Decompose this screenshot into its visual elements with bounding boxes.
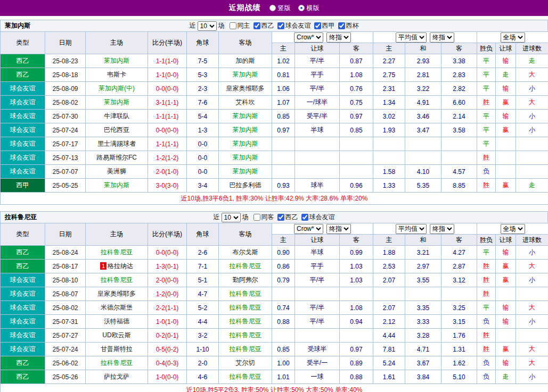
euro-type-select[interactable]: 终指 bbox=[430, 32, 454, 43]
euro-draw-odds: 2.93 bbox=[405, 54, 441, 68]
scope-select[interactable]: 全场 bbox=[501, 224, 525, 234]
home-team-cell: 皇家奥维耶多 bbox=[86, 287, 148, 301]
column-header: 让球 bbox=[295, 43, 340, 54]
asia-type-select[interactable]: 终指 bbox=[326, 224, 351, 234]
asia-handicap bbox=[295, 151, 340, 165]
checkbox-input[interactable] bbox=[277, 214, 284, 221]
asia-away-odds: 0.97 bbox=[340, 110, 373, 123]
view-option[interactable]: 横版 bbox=[298, 4, 320, 13]
recent-count-select[interactable]: 10 bbox=[222, 213, 241, 222]
team-link: 甘普斯特拉 bbox=[101, 345, 133, 353]
goals-result-cell: 小 bbox=[516, 370, 548, 384]
view-option[interactable]: 竖版 bbox=[269, 4, 291, 13]
filter-checkbox-西乙[interactable]: 西乙 bbox=[253, 21, 274, 30]
team-link: 里士满踢球者 bbox=[97, 140, 136, 147]
asia-away-odds: 0.89 bbox=[340, 356, 373, 370]
euro-draw-odds: 3.28 bbox=[405, 329, 441, 343]
checkbox-label: 球会友谊 bbox=[285, 21, 311, 30]
filter-checkbox-球会友谊[interactable]: 球会友谊 bbox=[301, 213, 335, 222]
column-header: 客 bbox=[441, 235, 477, 246]
checkbox-input[interactable] bbox=[277, 22, 284, 29]
asia-handicap: 一球 bbox=[295, 370, 340, 384]
team-link: 沃特福德 bbox=[104, 318, 129, 325]
asia-home-odds: 1.02 bbox=[272, 54, 295, 68]
filter-checkbox-西杯[interactable]: 西杯 bbox=[338, 21, 359, 30]
corners-cell: 4-7 bbox=[187, 287, 219, 301]
score-cell: 1-0(1-0) bbox=[148, 315, 187, 329]
team-link: 拉科鲁尼亚 bbox=[101, 276, 133, 283]
match-row: 球会友谊25-08-02莱加内斯3-1(1-1)7-6艾科坎1.07一/球半0.… bbox=[1, 96, 548, 110]
score-cell: 1-1(0-0) bbox=[148, 68, 187, 82]
matches-label: 场 bbox=[242, 213, 249, 222]
score-cell: 3-0(3-0) bbox=[148, 179, 187, 193]
euro-type-select[interactable]: 终指 bbox=[430, 224, 454, 234]
date-cell: 25-07-30 bbox=[45, 110, 86, 123]
recent-count-select[interactable]: 10 bbox=[198, 21, 217, 31]
checkbox-input[interactable] bbox=[253, 22, 260, 29]
team-name: 莱加内斯 bbox=[1, 21, 30, 30]
euro-draw-odds: 3.55 bbox=[405, 273, 441, 287]
rows-body: 西乙25-08-23莱加内斯1-1(1-0)7-5加的斯1.02平/半0.872… bbox=[1, 54, 548, 193]
league-type-cell: 西乙 bbox=[1, 246, 45, 260]
checkbox-input[interactable] bbox=[230, 22, 236, 29]
euro-away-odds: 3.58 bbox=[441, 123, 477, 137]
checkbox-label: 同主 bbox=[238, 21, 250, 30]
team-link: 拉科鲁尼亚 bbox=[230, 290, 261, 297]
column-header: 让球 bbox=[496, 43, 516, 54]
asia-home-odds: 0.86 bbox=[272, 260, 295, 273]
euro-home-odds: 7.81 bbox=[373, 343, 405, 356]
away-team-cell: 拉科鲁尼亚 bbox=[219, 343, 272, 356]
corners-cell: 7-6 bbox=[187, 96, 219, 110]
team-link: 拉科鲁尼亚 bbox=[230, 331, 261, 339]
match-row: 球会友谊25-07-17里士满踢球者1-1(1-1)0-0莱加内斯平 bbox=[1, 137, 548, 151]
filter-checkbox-球会友谊[interactable]: 球会友谊 bbox=[277, 21, 311, 30]
checkbox-input[interactable] bbox=[253, 214, 260, 221]
result-cell: 平 bbox=[477, 68, 496, 82]
checkbox-label: 西甲 bbox=[322, 21, 335, 30]
checkbox-input[interactable] bbox=[301, 214, 308, 221]
match-row: 球会友谊25-08-10拉科鲁尼亚2-0(0-0)5-1勤阿弗尔0.79平/半1… bbox=[1, 273, 548, 287]
match-row: 西乙25-08-171格拉纳达1-3(0-1)7-1拉科鲁尼亚0.86平手1.0… bbox=[1, 260, 548, 273]
filter-checkbox-同主[interactable]: 同主 bbox=[230, 21, 250, 30]
checkbox-input[interactable] bbox=[338, 22, 345, 29]
away-team-cell: 拉科鲁尼亚 bbox=[219, 301, 272, 315]
asia-source-select[interactable]: Crow* bbox=[294, 224, 323, 234]
column-header: 进球数 bbox=[516, 43, 548, 54]
asia-type-select[interactable]: 终指 bbox=[326, 32, 351, 43]
scope-select[interactable]: 全场 bbox=[501, 32, 525, 43]
filter-checkbox-同客[interactable]: 同客 bbox=[253, 213, 274, 222]
euro-draw-odds: 2.81 bbox=[405, 68, 441, 82]
euro-source-select[interactable]: 平均值 bbox=[396, 224, 427, 234]
team-link: 莱加内斯 bbox=[104, 98, 129, 106]
filter-checkbox-西甲[interactable]: 西甲 bbox=[314, 21, 335, 30]
euro-home-odds: 2.75 bbox=[373, 68, 405, 82]
asia-home-odds bbox=[272, 165, 295, 179]
euro-draw-odds: 4.71 bbox=[405, 343, 441, 356]
result-cell: 平 bbox=[477, 123, 496, 137]
away-team-cell: 布尔戈斯 bbox=[219, 246, 272, 260]
team-link: 莱加内斯 bbox=[233, 112, 258, 120]
filter-checkbox-西乙[interactable]: 西乙 bbox=[277, 213, 298, 222]
goals-result-cell: 大 bbox=[516, 356, 548, 370]
euro-away-odds: 4.27 bbox=[441, 246, 477, 260]
euro-away-odds: 2.14 bbox=[441, 110, 477, 123]
checkbox-label: 同客 bbox=[261, 213, 274, 222]
match-row: 西乙25-05-26萨拉戈萨1-0(0-0)4-6拉科鲁尼亚1.01一球0.88… bbox=[1, 370, 548, 384]
checkbox-input[interactable] bbox=[314, 22, 321, 29]
asia-source-select[interactable]: Crow* bbox=[294, 32, 323, 43]
home-team-cell: 路易斯维尔FC bbox=[86, 151, 148, 165]
result-cell: 胜 bbox=[477, 96, 496, 110]
corners-cell: 0-0 bbox=[187, 137, 219, 151]
corners-cell: 2-3 bbox=[187, 82, 219, 96]
column-header: 日期 bbox=[45, 32, 86, 54]
euro-source-select[interactable]: 平均值 bbox=[396, 32, 427, 43]
column-header: 客场 bbox=[219, 223, 272, 246]
match-row: 球会友谊25-08-02米德尔斯堡2-2(1-1)5-2拉科鲁尼亚0.74平/半… bbox=[1, 301, 548, 315]
euro-away-odds bbox=[441, 137, 477, 151]
header-row-main: 类型日期主场比分(半场)角球客场Crow*终指平均值终指全场 bbox=[1, 32, 548, 43]
asia-away-odds: 0.97 bbox=[340, 343, 373, 356]
asia-home-odds: 1.06 bbox=[272, 82, 295, 96]
match-row: 西乙25-08-23莱加内斯1-1(1-0)7-5加的斯1.02平/半0.872… bbox=[1, 54, 548, 68]
date-cell: 25-08-09 bbox=[45, 82, 86, 96]
handicap-result-cell: 输 bbox=[496, 301, 516, 315]
